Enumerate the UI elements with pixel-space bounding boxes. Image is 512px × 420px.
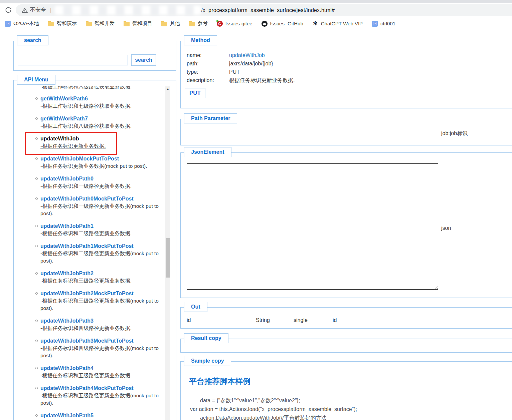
sample-code-block: data = {"参数1":"value1","参数2":"value2"};v… — [190, 396, 357, 420]
api-menu-item[interactable]: updateWithJobPath0 -根据任务标识和一级路径更新业务数据. — [14, 175, 165, 190]
api-menu-item[interactable]: updateWithJobPath3MockPutToPost -根据任务标识和… — [14, 337, 165, 359]
search-button[interactable]: search — [131, 54, 156, 66]
out-cell: single — [294, 317, 333, 323]
json-textarea[interactable] — [187, 163, 438, 290]
method-rows: name: updateWithJob path: jaxrs/data/job… — [187, 51, 295, 84]
api-menu-item[interactable]: updateWithJobPath1MockPutToPost -根据任务标识和… — [14, 243, 165, 265]
method-row-value: PUT — [229, 68, 240, 76]
api-menu-item[interactable]: getWithWorkPath6 -根据工作标识和七级路径获取业务数据. — [14, 95, 165, 110]
bookmark-item[interactable]: ChatGPT Web VIP — [312, 21, 363, 27]
address-bar[interactable]: 不安全 | /x_processplatform_assemble_surfac… — [16, 4, 512, 16]
bookmark-label: 智和开发 — [95, 20, 115, 27]
code-line: var action = this.Actions.load("x_proces… — [190, 405, 357, 414]
bookmark-label: ctrl001 — [380, 21, 395, 26]
bookmark-icon — [217, 21, 223, 27]
method-row-label: name: — [187, 51, 229, 59]
api-method-link[interactable]: updateWithJobPath5 — [40, 412, 165, 419]
api-menu-item[interactable]: updateWithJobPath4 -根据任务标识和五级路径更新业务数据. — [14, 365, 165, 379]
api-method-link[interactable]: updateWithJobPath2 — [40, 270, 165, 277]
json-side-label: json — [441, 225, 451, 231]
bookmark-label: 智和项目 — [132, 20, 152, 27]
tab-strip — [0, 0, 512, 3]
out-panel: Out idStringsingleid — [180, 307, 512, 329]
api-menu-item[interactable]: getWithWorkPath7 -根据工作标识和八级路径获取业务数据. — [14, 115, 165, 130]
bookmark-item[interactable]: 智和演示 — [48, 20, 77, 27]
bookmark-item[interactable]: ctrl001 — [372, 21, 395, 27]
api-menu-item[interactable]: updateWithJobPath0MockPutToPost -根据任务标识和… — [14, 195, 165, 217]
api-menu-panel: API Menu -根据工作标识和六级路径获取业务数据. getWithWork… — [13, 80, 176, 420]
method-panel: Method name: updateWithJob path: jaxrs/d… — [180, 41, 512, 108]
api-menu-item[interactable]: updateWithJobPath3 -根据任务标识和四级路径更新业务数据. — [14, 317, 165, 332]
reload-icon — [5, 6, 12, 14]
scrollbar-up-arrow[interactable]: ▲ — [165, 86, 170, 92]
api-method-description: -根据任务标识和三级路径更新业务数据(mock put to post). — [40, 297, 163, 312]
api-menu-item[interactable]: updateWithJob -根据任务标识更新业务数据. — [14, 135, 165, 150]
api-menu-item[interactable]: updateWithJobMockPutToPost -根据任务标识更新业务数据… — [14, 155, 165, 170]
bookmark-label: 智和演示 — [57, 20, 77, 27]
bookmark-item[interactable]: Issues- GitHub — [262, 21, 303, 27]
json-element-legend: JsonElement — [184, 147, 231, 157]
api-method-link[interactable]: updateWithJobPath1MockPutToPost — [40, 243, 165, 250]
bullet-icon — [35, 272, 38, 275]
api-menu-list: getWithWorkPath6 -根据工作标识和七级路径获取业务数据. get… — [14, 95, 165, 420]
method-row-label: path: — [187, 59, 229, 68]
api-method-link[interactable]: getWithWorkPath6 — [40, 95, 165, 102]
reload-button[interactable] — [3, 5, 13, 15]
method-row: name: updateWithJob — [187, 51, 295, 59]
bookmark-label: O2OA-本地 — [13, 20, 39, 27]
api-method-link[interactable]: updateWithJobPath3MockPutToPost — [40, 337, 165, 345]
api-method-description: -根据任务标识和三级路径更新业务数据. — [40, 277, 163, 285]
bookmark-item[interactable]: Issues-gitee — [217, 21, 252, 27]
api-method-link[interactable]: updateWithJobPath4MockPutToPost — [40, 385, 165, 392]
api-method-link[interactable]: updateWithJobPath0 — [40, 175, 165, 182]
bookmark-icon — [372, 21, 378, 27]
bookmark-item[interactable]: 参考 — [189, 20, 208, 27]
api-method-link[interactable]: updateWithJobPath0MockPutToPost — [40, 195, 165, 202]
api-method-link[interactable]: getWithWorkPath7 — [40, 115, 165, 122]
api-method-link[interactable]: updateWithJobPath3 — [40, 317, 165, 325]
security-label: 不安全 — [30, 7, 46, 14]
bookmark-item[interactable]: 智和开发 — [86, 20, 115, 27]
api-method-link[interactable]: updateWithJobPath1 — [40, 223, 165, 230]
api-method-description: -根据任务标识和五级路径更新业务数据(mock put to post). — [40, 392, 163, 407]
path-parameter-input[interactable] — [187, 130, 438, 137]
out-cell: String — [256, 317, 294, 323]
bookmark-icon — [5, 21, 11, 27]
put-button[interactable]: PUT — [185, 88, 205, 98]
result-copy-legend: Result copy — [184, 333, 228, 343]
bookmark-item[interactable]: 智和项目 — [124, 20, 152, 27]
search-input[interactable] — [18, 55, 128, 65]
api-method-description: -根据任务标识和二级路径更新业务数据(mock put to post). — [40, 250, 163, 265]
api-menu-item[interactable]: updateWithJobPath2 -根据任务标识和三级路径更新业务数据. — [14, 270, 165, 285]
api-menu-scrollbar[interactable]: ▲ — [165, 86, 170, 420]
bullet-icon — [35, 97, 38, 100]
bullet-icon — [35, 177, 38, 180]
method-row: type: PUT — [187, 68, 295, 76]
api-menu-item[interactable]: updateWithJobPath2MockPutToPost -根据任务标识和… — [14, 290, 165, 312]
bullet-icon — [35, 225, 38, 227]
bookmark-item[interactable]: O2OA-本地 — [5, 20, 39, 27]
api-method-link[interactable]: updateWithJobPath2MockPutToPost — [40, 290, 165, 297]
scrollbar-thumb[interactable] — [166, 238, 170, 278]
api-menu-viewport: -根据工作标识和六级路径获取业务数据. getWithWorkPath6 -根据… — [14, 86, 165, 420]
method-row: description: 根据任务标识更新业务数据. — [187, 76, 295, 84]
url-redacted-blur — [55, 6, 201, 15]
api-method-link[interactable]: updateWithJobPath4 — [40, 365, 165, 372]
api-method-description: -根据任务标识和二级路径更新业务数据. — [40, 230, 163, 237]
api-menu-item[interactable]: updateWithJobPath5 -根据任务标识和六级路径更新业务数据. — [14, 412, 165, 420]
bullet-icon — [35, 157, 38, 160]
api-method-description: -根据任务标识和四级路径更新业务数据. — [40, 325, 163, 332]
search-panel-legend: search — [17, 35, 48, 45]
bookmark-item[interactable]: 其他 — [161, 20, 180, 27]
path-parameter-legend: Path Parameter — [184, 113, 237, 123]
api-method-link[interactable]: updateWithJobMockPutToPost — [40, 155, 165, 162]
bullet-icon — [35, 245, 38, 247]
sample-title: 平台推荐脚本样例 — [189, 376, 250, 387]
out-legend: Out — [184, 302, 207, 312]
api-menu-item[interactable]: updateWithJobPath1 -根据任务标识和二级路径更新业务数据. — [14, 223, 165, 237]
api-menu-item[interactable]: updateWithJobPath4MockPutToPost -根据任务标识和… — [14, 385, 165, 407]
path-parameter-panel: Path Parameter job:job标识 — [180, 119, 512, 145]
api-method-link[interactable]: updateWithJob — [40, 135, 165, 142]
out-row: idStringsingleid — [187, 317, 337, 323]
bullet-icon — [35, 320, 38, 322]
